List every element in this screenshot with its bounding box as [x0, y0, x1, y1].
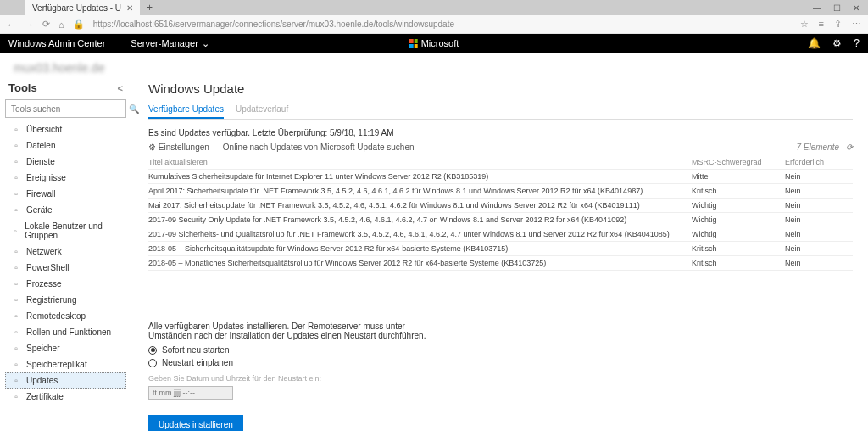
- share-icon[interactable]: ⇪: [834, 19, 842, 30]
- server-manager-menu[interactable]: Server-Manager ⌄: [131, 38, 209, 49]
- gear-icon[interactable]: ⚙: [832, 37, 842, 49]
- col-severity[interactable]: MSRC-Schweregrad: [692, 158, 785, 166]
- new-tab-button[interactable]: +: [140, 2, 159, 14]
- radio-restart-now[interactable]: Sofort neu starten: [148, 344, 853, 356]
- status-text: Es sind Updates verfügbar. Letzte Überpr…: [148, 120, 853, 143]
- table-row[interactable]: 2017-09 Security Only Update for .NET Fr…: [148, 213, 853, 227]
- cell-title: Kumulatives Sicherheitsupdate für Intern…: [148, 172, 692, 181]
- sidebar-item[interactable]: ▫Firewall: [5, 186, 126, 202]
- sidebar-item-label: Rollen und Funktionen: [26, 327, 111, 337]
- app-header: Windows Admin Center Server-Manager ⌄ Mi…: [0, 34, 868, 53]
- radio-restart-schedule[interactable]: Neustart einplanen: [148, 356, 853, 369]
- forward-icon[interactable]: →: [25, 20, 34, 30]
- cell-required: Nein: [785, 187, 853, 195]
- refresh-list-icon[interactable]: ⟳: [846, 143, 853, 152]
- sidebar-item-label: Lokale Benutzer und Gruppen: [25, 221, 120, 240]
- content-tabs: Verfügbare Updates Updateverlauf: [148, 101, 853, 120]
- settings-link[interactable]: ⚙ Einstellungen: [148, 143, 209, 152]
- sidebar-item[interactable]: ▫Prozesse: [5, 276, 126, 292]
- sidebar-item[interactable]: ▫Remotedesktop: [5, 308, 126, 324]
- tool-icon: ▫: [11, 327, 21, 337]
- refresh-icon[interactable]: ⟳: [42, 19, 50, 30]
- cell-severity: Mittel: [692, 172, 785, 181]
- cell-title: 2018-05 – Monatliches Sicherheitsqualitä…: [148, 259, 692, 267]
- radio-icon: [148, 346, 157, 355]
- reading-icon[interactable]: ≡: [819, 19, 824, 30]
- schedule-date-input[interactable]: [148, 386, 233, 400]
- help-icon[interactable]: ?: [854, 37, 860, 49]
- more-icon[interactable]: ⋯: [852, 19, 861, 30]
- sidebar-item[interactable]: ▫Speicher: [5, 340, 126, 356]
- table-row[interactable]: Kumulatives Sicherheitsupdate für Intern…: [148, 170, 853, 184]
- cell-title: April 2017: Sicherheitsupdate für .NET F…: [148, 187, 692, 195]
- sidebar-item-label: Speicher: [26, 344, 59, 353]
- tool-icon: ▫: [11, 279, 21, 288]
- url-text[interactable]: https://localhost:6516/servermanager/con…: [93, 20, 792, 29]
- collapse-icon[interactable]: <: [118, 83, 123, 93]
- table-row[interactable]: Mai 2017: Sicherheitsupdate für .NET Fra…: [148, 199, 853, 213]
- minimize-icon[interactable]: —: [813, 3, 821, 13]
- item-count: 7 Elemente: [796, 143, 839, 152]
- cell-required: Nein: [785, 201, 853, 210]
- sidebar-item[interactable]: ▫Rollen und Funktionen: [5, 324, 126, 340]
- tool-icon: ▫: [11, 247, 21, 256]
- sidebar-item-label: Prozesse: [26, 279, 62, 288]
- tool-icon: ▫: [11, 141, 21, 150]
- tools-title: Tools: [8, 81, 37, 94]
- back-icon[interactable]: ←: [7, 20, 16, 30]
- sidebar-item-label: PowerShell: [26, 263, 70, 272]
- sidebar-item-label: Speicherreplikat: [26, 360, 87, 369]
- install-button[interactable]: Updates installieren: [148, 415, 243, 431]
- sidebar-item[interactable]: ▫Speicherreplikat: [5, 356, 126, 372]
- star-icon[interactable]: ☆: [800, 19, 809, 30]
- table-row[interactable]: 2017-09 Sicherheits- und Qualitätsrollup…: [148, 227, 853, 242]
- check-online-link[interactable]: Online nach Updates von Microsoft Update…: [223, 143, 415, 152]
- updates-table: Titel aktualisieren MSRC-Schweregrad Erf…: [148, 155, 853, 271]
- cell-required: Nein: [785, 230, 853, 238]
- close-window-icon[interactable]: ✕: [853, 3, 860, 13]
- sidebar-item-label: Ereignisse: [26, 173, 66, 182]
- cell-title: Mai 2017: Sicherheitsupdate für .NET Fra…: [148, 201, 692, 210]
- sidebar-item[interactable]: ▫Zertifikate: [5, 389, 126, 405]
- sidebar-item[interactable]: ▫PowerShell: [5, 260, 126, 276]
- sidebar-item[interactable]: ▫Updates: [5, 372, 126, 389]
- tool-icon: ▫: [11, 344, 21, 353]
- maximize-icon[interactable]: ☐: [833, 3, 841, 13]
- app-brand[interactable]: Windows Admin Center: [8, 38, 105, 48]
- sidebar-item[interactable]: ▫Dateien: [5, 137, 126, 154]
- sidebar-item[interactable]: ▫Lokale Benutzer und Gruppen: [5, 218, 126, 243]
- tab-available[interactable]: Verfügbare Updates: [148, 101, 224, 119]
- cell-severity: Wichtig: [692, 230, 785, 238]
- sidebar-item[interactable]: ▫Geräte: [5, 202, 126, 218]
- search-input[interactable]: [6, 104, 124, 114]
- home-icon[interactable]: ⌂: [58, 20, 64, 30]
- tab-history[interactable]: Updateverlauf: [236, 101, 288, 119]
- col-required[interactable]: Erforderlich: [785, 158, 853, 166]
- cell-title: 2017-09 Sicherheits- und Qualitätsrollup…: [148, 230, 692, 238]
- table-row[interactable]: 2018-05 – Sicherheitsqualitätsupdate für…: [148, 242, 853, 256]
- tool-icon: ▫: [11, 227, 19, 236]
- notification-icon[interactable]: 🔔: [808, 37, 821, 49]
- date-hint: Geben Sie Datum und Uhrzeit für den Neus…: [148, 374, 853, 383]
- close-icon[interactable]: ✕: [126, 3, 133, 13]
- sidebar-item[interactable]: ▫Dienste: [5, 154, 126, 170]
- sidebar-item[interactable]: ▫Netzwerk: [5, 243, 126, 260]
- table-row[interactable]: 2018-05 – Monatliches Sicherheitsqualitä…: [148, 256, 853, 271]
- browser-tab[interactable]: Verfügbare Updates - U ✕: [25, 0, 140, 15]
- tool-icon: ▫: [11, 295, 21, 305]
- cell-required: Nein: [785, 244, 853, 253]
- cell-severity: Kritisch: [692, 244, 785, 253]
- tool-icon: ▫: [11, 125, 21, 134]
- sidebar-item[interactable]: ▫Übersicht: [5, 121, 126, 137]
- main-content: Windows Update Verfügbare Updates Update…: [131, 53, 868, 431]
- tools-search[interactable]: 🔍: [5, 99, 126, 118]
- table-row[interactable]: April 2017: Sicherheitsupdate für .NET F…: [148, 184, 853, 199]
- col-title[interactable]: Titel aktualisieren: [148, 158, 692, 166]
- sidebar-item[interactable]: ▫Registrierung: [5, 292, 126, 308]
- tool-icon: ▫: [11, 189, 21, 199]
- sidebar-item[interactable]: ▫Ereignisse: [5, 170, 126, 186]
- tool-icon: ▫: [11, 205, 21, 215]
- cell-severity: Wichtig: [692, 216, 785, 224]
- tool-icon: ▫: [11, 360, 21, 369]
- tool-icon: ▫: [11, 392, 21, 401]
